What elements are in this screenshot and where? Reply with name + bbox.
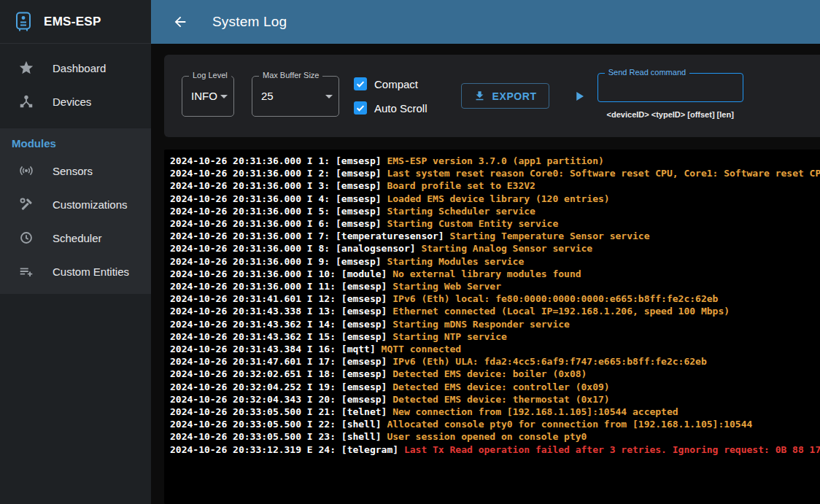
log-tag: [emsesp] [341,293,392,304]
log-timestamp: 2024-10-26 20:31:47.601 I 17: [170,356,341,367]
log-tag: [emsesp] [341,281,392,292]
log-timestamp: 2024-10-26 20:31:43.384 I 16: [170,344,341,354]
log-tag: [analogsensor] [336,243,421,254]
log-timestamp: 2024-10-26 20:31:36.000 I 4: [170,193,336,204]
log-message: EMS-ESP version 3.7.0 (app1 partition) [387,155,603,166]
log-line: 2024-10-26 20:33:12.319 E 24: [telegram]… [170,443,820,456]
send-command-group: Send Read command <deviceID> <typeID> [o… [597,73,743,119]
sidebar-modules-section: Modules Sensors [0,128,151,294]
log-line: 2024-10-26 20:33:05.500 I 21: [telnet] N… [170,406,820,418]
compact-label: Compact [374,78,418,90]
checkbox-checked-icon [354,101,367,115]
log-message: Starting Scheduler service [387,206,535,217]
log-timestamp: 2024-10-26 20:33:05.500 I 21: [170,406,341,417]
log-timestamp: 2024-10-26 20:31:36.000 I 2: [170,168,336,179]
log-line: 2024-10-26 20:32:04.252 I 19: [emsesp] D… [170,381,820,393]
sidebar: EMS-ESP Dashboard Devices Modules [0,0,151,504]
auto-scroll-label: Auto Scroll [374,102,428,115]
log-message: Board profile set to E32V2 [387,180,535,191]
log-timestamp: 2024-10-26 20:32:04.343 I 20: [170,394,341,405]
log-message: Detected EMS device: controller (0x09) [392,381,609,392]
sidebar-item-devices[interactable]: Devices [0,85,151,118]
log-tag: [telnet] [341,406,392,417]
play-icon [573,90,586,103]
log-tag: [emsesp] [336,168,387,179]
log-line: 2024-10-26 20:31:36.000 I 11: [emsesp] S… [170,280,820,292]
log-output: 2024-10-26 20:31:36.000 I 1: [emsesp] EM… [164,150,820,456]
modules-section-label: Modules [0,128,151,154]
log-timestamp: 2024-10-26 20:31:36.000 I 5: [170,206,336,217]
log-tag: [shell] [341,431,387,442]
log-message: IPv6 (Eth) local: fe80:0000:0000:0000:e6… [392,293,718,304]
app-root: EMS-ESP Dashboard Devices Modules [0,0,820,504]
max-buffer-label: Max Buffer Size [259,71,322,80]
send-command-input[interactable] [598,74,743,101]
log-timestamp: 2024-10-26 20:31:36.000 I 8: [170,243,336,254]
log-level-select[interactable]: Log Level INFO [182,76,234,117]
log-line: 2024-10-26 20:33:05.500 I 23: [shell] Us… [170,430,820,443]
log-line: 2024-10-26 20:31:43.362 I 14: [emsesp] S… [170,318,820,330]
log-tag: [emsesp] [341,394,392,405]
send-command-helper: <deviceID> <typeID> [offset] [len] [607,110,734,119]
app-header: System Log [151,0,820,44]
log-options: Compact Auto Scroll [354,77,428,115]
log-message: Allocated console pty0 for connection fr… [387,419,752,430]
tools-icon [18,195,35,213]
log-timestamp: 2024-10-26 20:33:05.500 I 23: [170,431,341,442]
log-timestamp: 2024-10-26 20:31:36.000 I 3: [170,180,336,191]
send-button[interactable] [570,87,589,106]
log-message: Detected EMS device: thermostat (0x17) [392,394,609,405]
log-timestamp: 2024-10-26 20:31:36.000 I 1: [170,155,336,166]
log-message: Last system reset reason Core0: Software… [387,168,820,179]
sidebar-item-label: Sensors [53,165,93,177]
chevron-down-icon [325,95,333,98]
sidebar-item-sensors[interactable]: Sensors [0,154,151,187]
log-timestamp: 2024-10-26 20:33:12.319 E 24: [170,444,341,455]
log-message: No external library modules found [392,268,581,279]
log-line: 2024-10-26 20:31:36.000 I 5: [emsesp] St… [170,205,820,217]
auto-scroll-checkbox[interactable]: Auto Scroll [354,101,428,115]
log-tag: [emsesp] [341,356,392,367]
sidebar-item-label: Devices [53,96,91,108]
max-buffer-value: 25 [261,90,274,102]
max-buffer-select[interactable]: Max Buffer Size 25 [252,76,339,117]
sidebar-item-scheduler[interactable]: Scheduler [0,221,151,255]
ems-esp-logo-icon [15,13,32,31]
sidebar-nav: Dashboard Devices [0,44,151,118]
log-message: New connection from [192.168.1.105]:1054… [392,406,678,417]
clock-icon [18,229,35,247]
log-timestamp: 2024-10-26 20:31:43.362 I 15: [170,331,341,342]
chevron-down-icon [220,95,228,98]
log-line: 2024-10-26 20:31:43.384 I 16: [mqtt] MQT… [170,343,820,355]
back-button[interactable] [166,7,195,36]
send-command-label: Send Read command [605,68,689,77]
log-panel[interactable]: 2024-10-26 20:31:36.000 I 1: [emsesp] EM… [164,150,820,504]
log-tag: [emsesp] [341,331,392,342]
log-timestamp: 2024-10-26 20:31:36.000 I 10: [170,268,341,279]
log-message: Starting Custom Entity service [387,218,558,229]
log-line: 2024-10-26 20:31:36.000 I 8: [analogsens… [170,242,820,255]
log-message: Starting Temperature Sensor service [450,230,650,241]
star-icon [18,59,35,77]
app-logo-row: EMS-ESP [0,0,151,44]
sidebar-item-custom-entities[interactable]: Custom Entities [0,255,151,288]
log-timestamp: 2024-10-26 20:31:36.000 I 7: [170,230,336,241]
log-message: Starting Web Server [392,281,501,292]
log-message: Starting NTP service [392,331,507,342]
log-line: 2024-10-26 20:31:47.601 I 17: [emsesp] I… [170,355,820,368]
sidebar-item-dashboard[interactable]: Dashboard [0,51,151,85]
log-tag: [emsesp] [341,368,392,379]
log-line: 2024-10-26 20:32:02.651 I 18: [emsesp] D… [170,368,820,380]
log-line: 2024-10-26 20:31:36.000 I 6: [emsesp] St… [170,217,820,230]
log-tag: [emsesp] [336,193,387,204]
log-tag: [module] [341,268,392,279]
sidebar-item-customizations[interactable]: Customizations [0,187,151,221]
log-line: 2024-10-26 20:31:36.000 I 7: [temperatur… [170,230,820,242]
compact-checkbox[interactable]: Compact [354,77,428,90]
log-tag: [emsesp] [341,306,392,317]
log-line: 2024-10-26 20:31:43.338 I 13: [emsesp] E… [170,305,820,317]
log-timestamp: 2024-10-26 20:33:05.500 I 22: [170,419,341,430]
log-timestamp: 2024-10-26 20:31:36.000 I 9: [170,256,336,267]
log-tag: [emsesp] [336,256,387,267]
export-button[interactable]: EXPORT [461,83,549,109]
